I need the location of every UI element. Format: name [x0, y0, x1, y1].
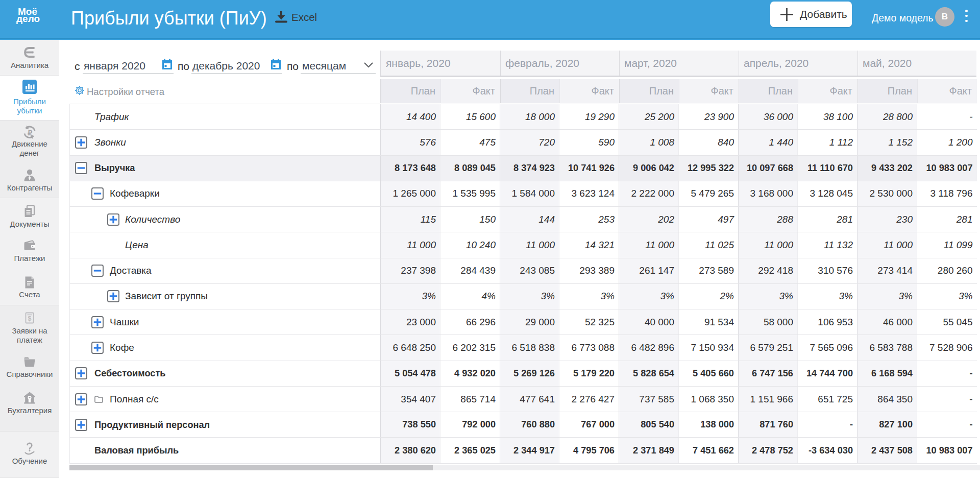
svg-text:₽: ₽: [28, 129, 33, 137]
svg-text:$: $: [28, 315, 32, 322]
